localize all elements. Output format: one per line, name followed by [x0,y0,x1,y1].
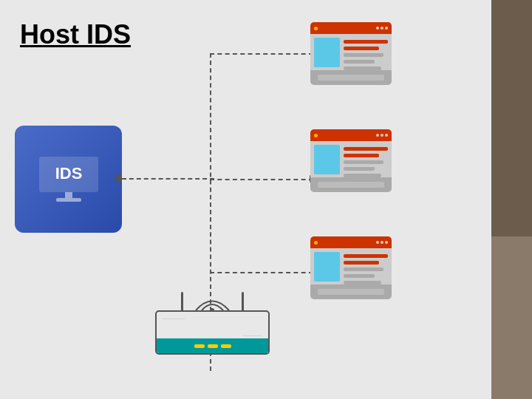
page-title: Host IDS [20,19,131,50]
right-sidebar-lower [491,236,532,399]
arrow-branch-mid [210,179,313,180]
ids-monitor-svg: IDS [35,155,102,203]
router-icon: .................. ................ [155,288,270,369]
router-text-right: ................ [242,332,262,337]
laptop-2 [310,129,392,192]
ids-icon: IDS [15,126,122,233]
arrowhead-main [114,173,121,183]
svg-text:IDS: IDS [55,164,82,183]
router-led-3 [221,344,231,348]
router-teal-bar [157,338,268,353]
arrow-branch-top [210,53,313,55]
router-antenna-left [181,292,183,313]
laptop-1 [310,22,392,85]
svg-rect-2 [65,192,72,198]
router-led-1 [194,344,205,348]
router-antenna-right [242,292,244,313]
router-body: .................. ................ [155,310,270,355]
svg-rect-3 [56,198,81,202]
arrow-branch-bot [210,272,313,273]
laptop-3 [310,236,392,299]
router-led-2 [208,344,218,348]
router-text-left: .................. [163,316,185,320]
arrow-main-h [122,178,214,180]
